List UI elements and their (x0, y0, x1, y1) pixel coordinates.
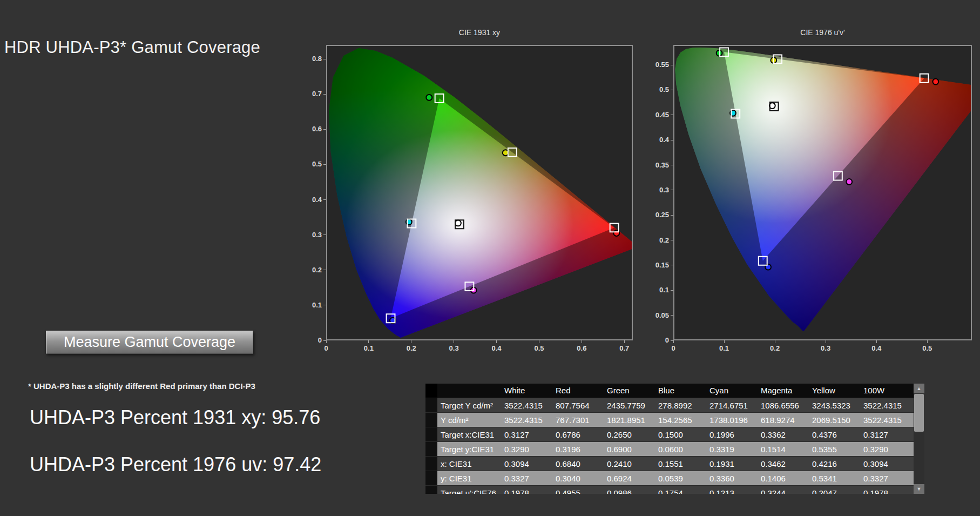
y-tick-label: 0.4 (645, 136, 669, 144)
table-cell: 0.0986 (606, 486, 657, 494)
measured-dot-red (932, 79, 938, 85)
row-label: Target Y cd/m² (437, 398, 503, 412)
table-cell: 278.8992 (657, 398, 708, 412)
y-axis-tick (323, 199, 326, 200)
y-axis-tick (323, 340, 326, 341)
y-axis-tick (671, 115, 673, 115)
y-tick-label: 0.15 (645, 261, 669, 269)
table-cell: 0.6924 (606, 471, 657, 485)
table-cell: 3522.4315 (503, 413, 555, 427)
table-cell: 0.3319 (708, 442, 760, 456)
y-axis-tick (671, 65, 673, 65)
table-row[interactable]: y: CIE310.33270.30400.69240.05390.33600.… (425, 471, 914, 485)
table-row[interactable]: Y cd/m²3522.4315767.73011821.8951154.256… (425, 412, 914, 427)
y-tick-label: 0.4 (298, 196, 322, 204)
y-axis-tick (671, 315, 673, 316)
table-cell: 0.3196 (555, 442, 606, 456)
table-cell: 0.1978 (503, 486, 555, 494)
x-axis-tick (454, 340, 454, 343)
chart-1976-title: CIE 1976 u'v' (673, 28, 972, 37)
y-tick-label: 0 (298, 336, 322, 344)
percent-1976-readout: UHDA-P3 Percent 1976 uv: 97.42 (30, 453, 321, 476)
row-label: Target y:CIE31 (437, 442, 503, 456)
table-cell: 0.6786 (555, 427, 606, 441)
table-cell: 1738.0196 (708, 413, 760, 427)
x-axis-tick (326, 340, 327, 343)
measure-gamut-coverage-button[interactable]: Measure Gamut Coverage (46, 331, 253, 354)
x-tick-label: 0.2 (770, 344, 780, 352)
x-axis-tick (582, 340, 582, 343)
table-cell: 0.0600 (657, 442, 708, 456)
measured-dot-green (426, 95, 432, 100)
measurement-table: WhiteRedGreenBlueCyanMagentaYellow100WTa… (425, 384, 914, 494)
y-axis-tick (323, 129, 326, 130)
column-header: Magenta (760, 384, 811, 398)
row-label: x: CIE31 (437, 457, 503, 471)
y-axis-tick (323, 305, 326, 305)
column-header: Cyan (708, 384, 760, 398)
table-cell: 2435.7759 (606, 398, 657, 412)
measured-dot-white (455, 220, 461, 226)
x-axis-tick (624, 340, 625, 343)
y-tick-label: 0.35 (645, 161, 669, 169)
table-cell: 0.3094 (862, 457, 914, 471)
x-tick-label: 0.3 (449, 344, 459, 352)
table-cell: 807.7564 (555, 398, 606, 412)
table-cell: 0.6840 (555, 457, 606, 471)
scrollbar-thumb[interactable] (914, 394, 924, 432)
table-cell: 0.3327 (862, 471, 914, 485)
measured-dot-cyan (406, 219, 412, 225)
scroll-up-icon[interactable]: ▲ (914, 384, 924, 393)
table-row[interactable]: x: CIE310.30940.68400.24100.15510.19310.… (425, 456, 914, 471)
table-cell: 0.4216 (811, 457, 862, 471)
table-row[interactable]: Target u':CIE760.19780.49550.09860.17540… (425, 485, 914, 494)
column-header: Blue (657, 384, 708, 398)
x-tick-label: 0.1 (719, 344, 729, 352)
table-cell: 0.3094 (503, 457, 555, 471)
y-tick-label: 0.8 (298, 55, 322, 63)
y-axis-tick (323, 59, 326, 59)
chart-1931-title: CIE 1931 xy (326, 28, 633, 37)
y-axis-tick (323, 164, 326, 165)
table-cell: 0.3127 (862, 427, 914, 441)
x-tick-label: 0.4 (871, 344, 881, 352)
table-cell: 0.3360 (708, 471, 760, 485)
row-gutter (425, 471, 437, 485)
x-axis-tick (496, 340, 497, 343)
percent-1931-readout: UHDA-P3 Percent 1931 xy: 95.76 (30, 406, 320, 429)
table-cell: 3243.5323 (811, 398, 862, 412)
table-cell: 0.4955 (555, 486, 606, 494)
x-tick-label: 0.5 (534, 344, 544, 352)
table-row[interactable]: Target x:CIE310.31270.67860.26500.15000.… (425, 427, 914, 441)
row-gutter (425, 442, 437, 456)
x-axis-tick (368, 340, 369, 343)
y-axis-tick (671, 140, 673, 140)
y-axis-tick (671, 240, 673, 240)
row-label: Target x:CIE31 (437, 427, 503, 441)
table-cell: 0.2650 (606, 427, 657, 441)
y-tick-label: 0 (645, 336, 669, 344)
y-tick-label: 0.3 (645, 186, 669, 194)
table-cell: 0.3290 (503, 442, 555, 456)
table-cell: 0.1754 (657, 486, 708, 494)
row-gutter (425, 457, 437, 471)
table-row[interactable]: Target y:CIE310.32900.31960.69000.06000.… (425, 441, 914, 456)
x-tick-label: 0.7 (619, 344, 629, 352)
chromaticity-plot (327, 46, 632, 339)
y-tick-label: 0.05 (645, 311, 669, 319)
scroll-down-icon[interactable]: ▼ (914, 484, 924, 494)
table-row[interactable]: Target Y cd/m²3522.4315807.75642435.7759… (425, 398, 914, 412)
x-tick-label: 0 (324, 344, 328, 352)
table-cell: 0.0539 (657, 471, 708, 485)
table-cell: 0.1931 (708, 457, 760, 471)
table-cell: 0.3327 (503, 471, 555, 485)
table-corner-gutter (425, 384, 437, 398)
table-scrollbar[interactable]: ▲ ▼ (914, 384, 924, 494)
table-cell: 1821.8951 (606, 413, 657, 427)
y-tick-label: 0.2 (298, 266, 322, 274)
x-tick-label: 0 (671, 344, 675, 352)
y-tick-label: 0.6 (298, 125, 322, 133)
table-corner-cell (437, 384, 503, 398)
x-axis-tick (775, 340, 775, 343)
column-header: White (503, 384, 555, 398)
